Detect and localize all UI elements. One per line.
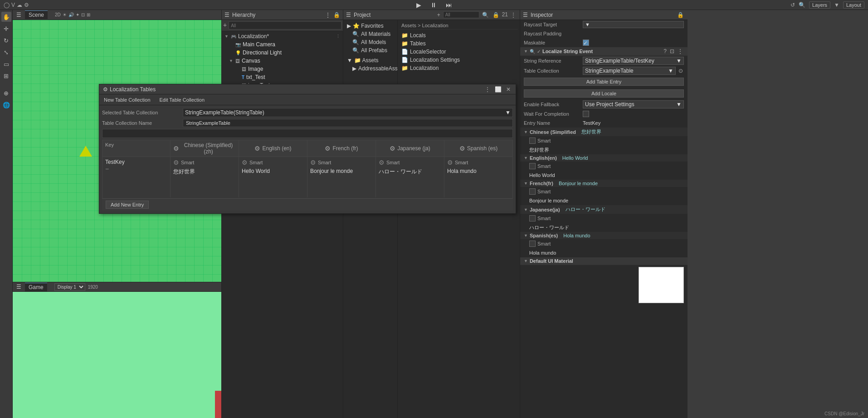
default-ui-material-header[interactable]: ▼ Default UI Material xyxy=(520,257,688,265)
chinese-smart-checkbox[interactable] xyxy=(529,138,536,144)
chinese-simplified-header[interactable]: ▼ Chinese (Simplified 您好世界 xyxy=(520,128,688,136)
maskable-checkbox[interactable]: ✓ xyxy=(583,39,589,46)
project-options-icon[interactable]: ⋮ xyxy=(510,11,517,18)
french-header[interactable]: ▼ French(fr) Bonjour le monde xyxy=(520,180,688,187)
spanish-smart-checkbox[interactable] xyxy=(529,241,536,247)
scene-grid-btn[interactable]: ⊞ xyxy=(87,12,90,17)
loc-tables-menu-icon[interactable]: ⋮ xyxy=(483,86,492,93)
add-table-entry-button[interactable]: Add Table Entry xyxy=(524,78,684,86)
collab-icon[interactable]: ⚙ xyxy=(24,2,29,8)
display-select[interactable]: Display 1 xyxy=(54,283,85,291)
selected-collection-dropdown[interactable]: StringExampleTable(StringTable) ▼ xyxy=(183,108,513,117)
game-tab-label[interactable]: Game xyxy=(25,283,47,291)
loc-key-minus-btn[interactable]: − xyxy=(105,165,109,172)
project-folder-localization[interactable]: 📁 Localization xyxy=(400,64,518,72)
hierarchy-options-icon[interactable]: ⋮ xyxy=(325,12,331,18)
japanese-header[interactable]: ▼ Japanese(ja) ハロー・ワールド xyxy=(520,205,688,214)
scene-light-btn[interactable]: ☀ xyxy=(63,12,67,17)
new-table-collection-btn[interactable]: New Table Collection xyxy=(99,94,155,105)
english-header[interactable]: ▼ English(en) Hello World xyxy=(520,154,688,162)
string-reference-value[interactable]: StringExampleTable/TestKey ▼ xyxy=(583,57,684,65)
layers-button[interactable]: Layers xyxy=(809,1,830,9)
scene-menu-icon[interactable]: ☰ xyxy=(16,12,21,18)
step-button[interactable]: ⏭ xyxy=(443,0,455,10)
scale-tool[interactable]: ⤡ xyxy=(1,47,11,57)
scene-2d-btn[interactable]: 2D xyxy=(55,12,61,17)
loc-val-french[interactable]: Bonjour le monde xyxy=(310,168,373,174)
loc-val-english[interactable]: Hello World xyxy=(242,168,304,174)
english-smart-checkbox[interactable] xyxy=(529,163,536,169)
move-tool[interactable]: ✛ xyxy=(1,24,11,34)
project-assets-group[interactable]: ▼ 📁 Assets xyxy=(345,56,395,64)
loc-tables-close-btn[interactable]: ✕ xyxy=(505,86,512,93)
table-collection-picker-icon[interactable]: ⊙ xyxy=(678,68,684,74)
scene-tab-label[interactable]: Scene xyxy=(25,10,48,19)
project-all-models[interactable]: 🔍 All Models xyxy=(345,38,395,46)
project-search-icon[interactable]: 🔍 xyxy=(481,11,490,18)
hierarchy-search-input[interactable] xyxy=(229,21,341,30)
insp-options-icon[interactable]: ⋮ xyxy=(677,48,684,54)
rotate-tool[interactable]: ↻ xyxy=(1,35,11,45)
game-menu-icon[interactable]: ☰ xyxy=(16,284,21,290)
hierarchy-menu-icon[interactable]: ☰ xyxy=(224,12,229,18)
transform-tool[interactable]: ⊞ xyxy=(1,71,11,81)
cloud-icon[interactable]: ☁ xyxy=(17,2,22,8)
layout-button[interactable]: Layout xyxy=(843,1,864,9)
undo-icon[interactable]: ↺ xyxy=(790,2,795,8)
global-tool[interactable]: 🌐 xyxy=(1,100,11,110)
english-title: English(en) xyxy=(530,155,557,161)
edit-table-collection-btn[interactable]: Edit Table Collection xyxy=(155,94,209,105)
inspector-menu-icon[interactable]: ☰ xyxy=(523,12,528,18)
search-icon[interactable]: 🔍 xyxy=(799,2,805,8)
hierarchy-lock-icon[interactable]: 🔒 xyxy=(333,12,340,18)
tree-item-image[interactable]: 🖼 Image xyxy=(223,65,342,73)
tree-item-directionallight[interactable]: 💡 Directional Light xyxy=(223,49,342,57)
project-favorites-group[interactable]: ▶ ⭐ Favorites xyxy=(345,22,395,30)
french-smart-checkbox[interactable] xyxy=(529,188,536,195)
tree-item-canvas[interactable]: ▼ 🖼 Canvas xyxy=(223,57,342,65)
pause-button[interactable]: ⏸ xyxy=(428,0,439,10)
raycast-target-dropdown[interactable]: ▼ xyxy=(583,21,684,28)
loc-val-japanese[interactable]: ハロー・ワールド xyxy=(379,168,441,176)
project-add-btn[interactable]: + xyxy=(436,11,441,18)
spanish-header[interactable]: ▼ Spanish(es) Hola mundo xyxy=(520,232,688,239)
inspector-lock-icon[interactable]: 🔒 xyxy=(676,12,685,18)
hierarchy-add-btn[interactable]: + xyxy=(223,21,227,30)
japanese-smart-checkbox[interactable] xyxy=(529,215,536,221)
localize-string-event-header[interactable]: ▼ 🔍 ✓ Localize String Event ? ⊡ ⋮ xyxy=(520,47,688,56)
project-all-materials[interactable]: 🔍 All Materials xyxy=(345,30,395,38)
project-all-prefabs[interactable]: 🔍 All Prefabs xyxy=(345,46,395,54)
add-locale-button[interactable]: Add Locale xyxy=(524,89,684,98)
loc-val-chinese[interactable]: 您好世界 xyxy=(173,168,236,176)
project-addressable-assets[interactable]: ▶ AddressableAssets xyxy=(345,64,395,73)
scene-gizmo-btn[interactable]: ⊡ xyxy=(81,12,85,17)
project-folder-tables[interactable]: 📁 Tables xyxy=(400,39,518,48)
scene-audio-btn[interactable]: 🔊 xyxy=(68,12,74,17)
tree-item-maincamera[interactable]: 📷 Main Camera xyxy=(223,40,342,49)
loc-val-spanish[interactable]: Hola mundo xyxy=(447,168,510,174)
insp-help-icon[interactable]: ? xyxy=(663,48,668,54)
wait-completion-checkbox[interactable] xyxy=(583,111,589,117)
project-folder-localizationsettings[interactable]: 📄 Localization Settings xyxy=(400,56,518,64)
hand-tool[interactable]: ✋ xyxy=(1,12,11,22)
scene-fx-btn[interactable]: ✦ xyxy=(76,12,79,17)
loc-search-input[interactable] xyxy=(102,129,513,138)
project-search-input[interactable] xyxy=(443,11,479,18)
tree-item-txttest[interactable]: T txt_Test xyxy=(223,73,342,81)
pivot-tool[interactable]: ⊕ xyxy=(1,88,11,98)
insp-preset-icon[interactable]: ⊡ xyxy=(669,48,675,54)
hierarchy-item-options[interactable]: ⋮ xyxy=(336,34,340,39)
project-folder-locals[interactable]: 📁 Locals xyxy=(400,31,518,39)
add-new-entry-button[interactable]: Add New Entry xyxy=(106,201,149,209)
project-lock-icon[interactable]: 🔒 xyxy=(492,11,500,18)
loc-tables-maximize-btn[interactable]: ⬜ xyxy=(493,86,503,93)
project-menu-icon[interactable]: ☰ xyxy=(346,12,351,18)
rect-tool[interactable]: ▭ xyxy=(1,59,11,69)
play-button[interactable]: ▶ xyxy=(414,0,424,10)
tree-icon-light: 💡 xyxy=(235,50,241,55)
use-project-settings-dropdown[interactable]: Use Project Settings ▼ xyxy=(583,100,684,108)
table-name-input[interactable] xyxy=(183,119,513,127)
project-folder-localeselector[interactable]: 📄 LocaleSelector xyxy=(400,48,518,56)
tree-item-localization[interactable]: ▼ 🎮 Localization* ⋮ xyxy=(223,32,342,40)
table-collection-dropdown[interactable]: StringExampleTable ▼ xyxy=(583,67,676,75)
